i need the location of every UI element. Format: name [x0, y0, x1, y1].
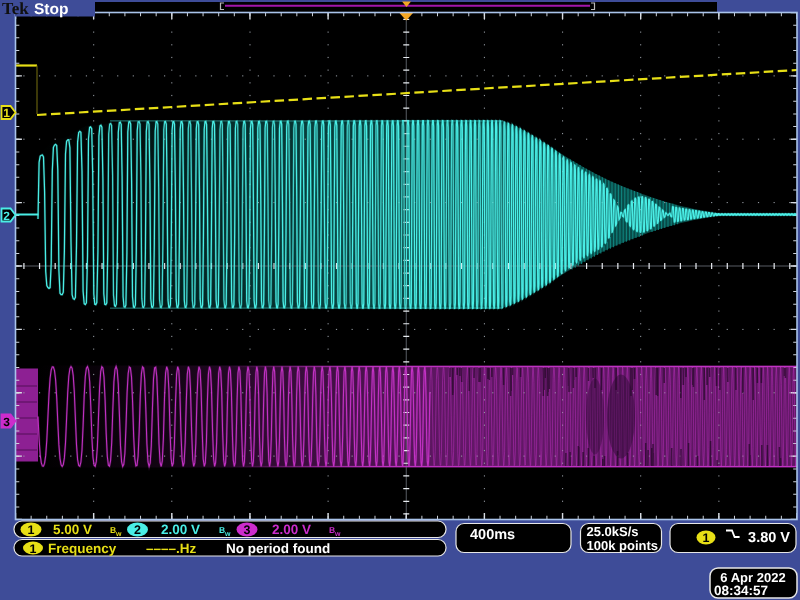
- svg-text:5.00 V: 5.00 V: [53, 522, 92, 537]
- svg-text:––––.Hz: ––––.Hz: [146, 541, 197, 556]
- svg-text:2: 2: [134, 523, 141, 537]
- svg-text:400ms: 400ms: [470, 527, 515, 543]
- svg-text:2: 2: [3, 209, 10, 223]
- svg-text:1: 1: [703, 531, 710, 545]
- svg-text:No period found: No period found: [226, 541, 330, 556]
- svg-text:2.00 V: 2.00 V: [161, 522, 200, 537]
- svg-text:Stop: Stop: [34, 1, 68, 18]
- svg-text:1: 1: [28, 523, 35, 537]
- svg-text:3.80 V: 3.80 V: [748, 530, 790, 546]
- svg-text:3: 3: [244, 523, 251, 537]
- svg-text:w: w: [115, 531, 122, 538]
- svg-text:w: w: [224, 531, 231, 538]
- svg-text:08:34:57: 08:34:57: [714, 583, 768, 598]
- svg-text:1: 1: [3, 106, 10, 120]
- svg-text:1: 1: [30, 542, 37, 556]
- svg-text:Tek: Tek: [2, 0, 29, 18]
- svg-text:3: 3: [3, 415, 10, 429]
- svg-text:w: w: [334, 531, 341, 538]
- svg-text:2.00 V: 2.00 V: [272, 522, 311, 537]
- svg-text:100k points: 100k points: [587, 538, 659, 553]
- svg-text:Frequency: Frequency: [48, 541, 117, 556]
- svg-text:25.0kS/s: 25.0kS/s: [587, 524, 639, 539]
